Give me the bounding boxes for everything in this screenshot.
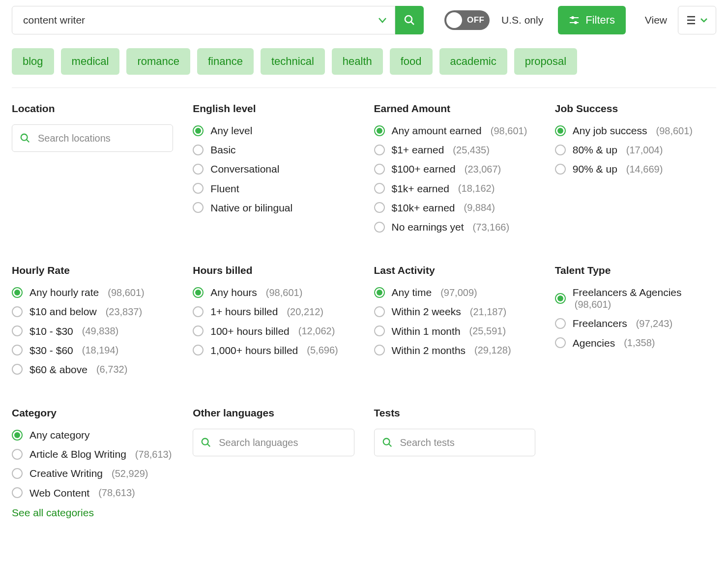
section-title: Location (12, 103, 173, 115)
list-icon (686, 16, 696, 25)
radio-icon (193, 345, 204, 355)
section-title: Talent Type (555, 265, 716, 276)
radio-option[interactable]: Freelancers(97,243) (555, 317, 716, 329)
radio-icon (12, 364, 23, 375)
see-all-categories-link[interactable]: See all categories (12, 507, 173, 519)
svg-line-12 (207, 444, 210, 447)
radio-option[interactable]: Any time(97,009) (374, 286, 535, 298)
chip[interactable]: romance (126, 48, 190, 75)
radio-icon (374, 222, 385, 233)
radio-option[interactable]: Any category (12, 429, 173, 441)
radio-option[interactable]: Conversational (193, 163, 354, 175)
radio-option[interactable]: Freelancers & Agencies(98,601) (555, 286, 716, 310)
radio-option[interactable]: 90% & up(14,669) (555, 163, 716, 175)
chevron-down-icon (700, 16, 708, 24)
svg-point-9 (21, 134, 28, 141)
radio-option[interactable]: $30 - $60(18,194) (12, 344, 173, 356)
radio-option[interactable]: Basic (193, 144, 354, 156)
us-only-label: U.S. only (501, 14, 543, 26)
radio-option[interactable]: Any level (193, 124, 354, 137)
search-icon (404, 14, 415, 26)
radio-option[interactable]: Article & Blog Writing(78,613) (12, 448, 173, 460)
radio-option[interactable]: 100+ hours billed(12,062) (193, 325, 354, 337)
radio-option[interactable]: Agencies(1,358) (555, 337, 716, 349)
radio-icon (193, 306, 204, 317)
radio-option[interactable]: Any hourly rate(98,601) (12, 286, 173, 298)
section-title: Hourly Rate (12, 265, 173, 276)
tests-input[interactable] (374, 429, 535, 456)
svg-point-5 (575, 22, 577, 24)
radio-icon (193, 145, 204, 155)
radio-icon (12, 468, 23, 479)
chip[interactable]: finance (197, 48, 254, 75)
languages-input[interactable] (193, 429, 354, 456)
svg-point-3 (572, 17, 574, 19)
svg-line-10 (27, 140, 29, 143)
radio-option[interactable]: 1+ hours billed(20,212) (193, 305, 354, 318)
radio-icon (12, 449, 23, 460)
toggle-knob (446, 12, 462, 28)
section-title: Category (12, 407, 173, 419)
radio-icon (374, 164, 385, 175)
radio-option[interactable]: $10k+ earned(9,884) (374, 202, 535, 214)
radio-icon (374, 125, 385, 136)
radio-icon (555, 164, 566, 175)
radio-icon (193, 202, 204, 213)
view-select[interactable] (678, 6, 716, 34)
radio-option[interactable]: Within 1 month(25,591) (374, 325, 535, 337)
radio-option[interactable]: $10 and below(23,837) (12, 305, 173, 318)
svg-point-13 (383, 439, 389, 445)
section-title: English level (193, 103, 354, 115)
radio-option[interactable]: 80% & up(17,004) (555, 144, 716, 156)
divider (12, 88, 716, 88)
radio-option[interactable]: Any hours(98,601) (193, 286, 354, 298)
radio-icon (555, 293, 566, 304)
radio-option[interactable]: 1,000+ hours billed(5,696) (193, 344, 354, 356)
radio-icon (193, 287, 204, 298)
location-input[interactable] (12, 124, 173, 152)
radio-option[interactable]: Creative Writing(52,929) (12, 467, 173, 479)
radio-option[interactable]: $100+ earned(23,067) (374, 163, 535, 175)
filters-button[interactable]: Filters (558, 6, 626, 34)
sliders-icon (569, 15, 580, 26)
radio-option[interactable]: $60 & above(6,732) (12, 363, 173, 376)
radio-option[interactable]: Any amount earned(98,601) (374, 124, 535, 137)
radio-icon (12, 306, 23, 317)
radio-option[interactable]: $10 - $30(49,838) (12, 325, 173, 337)
radio-option[interactable]: Within 2 weeks(21,187) (374, 305, 535, 318)
section-title: Hours billed (193, 265, 354, 276)
chip[interactable]: food (390, 48, 433, 75)
radio-icon (555, 125, 566, 136)
svg-line-14 (388, 444, 391, 447)
chip[interactable]: medical (61, 48, 120, 75)
chip[interactable]: health (332, 48, 383, 75)
search-icon (20, 133, 30, 144)
radio-option[interactable]: Web Content(78,613) (12, 487, 173, 499)
radio-icon (193, 125, 204, 136)
svg-point-0 (405, 16, 412, 23)
filter-english-level: English level Any level Basic Conversati… (193, 103, 354, 240)
search-input[interactable] (12, 6, 395, 34)
filter-talent-type: Talent Type Freelancers & Agencies(98,60… (555, 265, 716, 383)
filters-label: Filters (585, 14, 615, 27)
us-only-toggle[interactable]: OFF (444, 10, 490, 30)
radio-option[interactable]: Fluent (193, 182, 354, 195)
radio-icon (555, 145, 566, 155)
radio-icon (12, 287, 23, 298)
chip[interactable]: proposal (514, 48, 577, 75)
radio-icon (555, 318, 566, 329)
radio-option[interactable]: $1+ earned(25,435) (374, 144, 535, 156)
filter-hourly-rate: Hourly Rate Any hourly rate(98,601) $10 … (12, 265, 173, 383)
radio-option[interactable]: Any job success(98,601) (555, 124, 716, 137)
chip[interactable]: blog (12, 48, 54, 75)
radio-option[interactable]: Native or bilingual (193, 202, 354, 214)
filter-tests: Tests (374, 407, 535, 519)
radio-option[interactable]: $1k+ earned(18,162) (374, 182, 535, 195)
chip[interactable]: technical (261, 48, 325, 75)
radio-option[interactable]: No earnings yet(73,166) (374, 221, 535, 233)
chip[interactable]: academic (439, 48, 507, 75)
search-button[interactable] (395, 6, 424, 34)
section-title: Job Success (555, 103, 716, 115)
radio-option[interactable]: Within 2 months(29,128) (374, 344, 535, 356)
suggestion-chips: blog medical romance finance technical h… (12, 48, 716, 75)
